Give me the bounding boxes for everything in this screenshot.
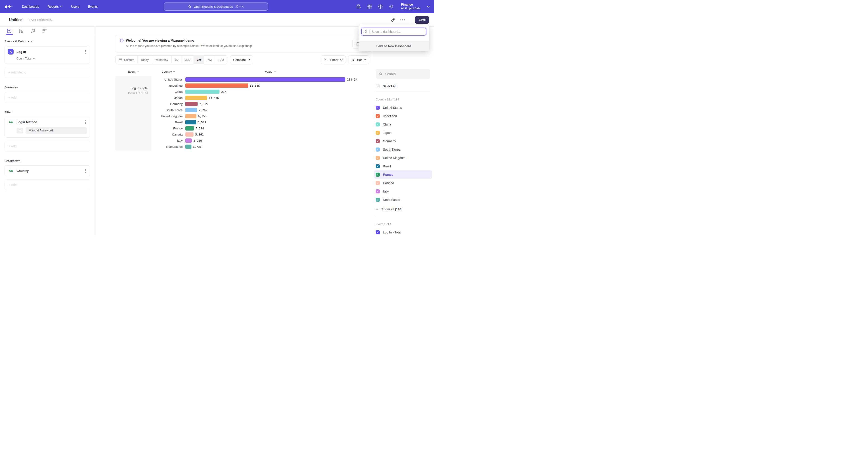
bar-row-brazil[interactable]: Brazil6,589 bbox=[151, 119, 369, 125]
bar[interactable] bbox=[185, 133, 193, 137]
checkbox[interactable]: ✓ bbox=[376, 173, 380, 177]
breakdown-kebab-menu[interactable] bbox=[84, 169, 87, 173]
chart-type-selector-button[interactable]: Bar bbox=[348, 55, 369, 64]
bar[interactable] bbox=[185, 84, 248, 88]
events-cohorts-header[interactable]: Events & Cohorts bbox=[4, 39, 90, 43]
range-6m[interactable]: 6M bbox=[204, 56, 215, 64]
show-all-button[interactable]: Show all (184) bbox=[372, 205, 434, 213]
checkbox[interactable]: ✓ bbox=[376, 106, 380, 110]
segment-search-input[interactable]: Search bbox=[376, 69, 430, 79]
bar[interactable] bbox=[185, 145, 191, 149]
apps-grid-icon[interactable] bbox=[367, 4, 372, 9]
data-management-icon[interactable] bbox=[356, 4, 361, 9]
filter-kebab-menu[interactable] bbox=[84, 120, 87, 125]
checkbox[interactable]: ✓ bbox=[376, 131, 380, 135]
bar[interactable] bbox=[185, 139, 192, 143]
bar-row-italy[interactable]: Italy3,936 bbox=[151, 138, 369, 144]
checkbox[interactable]: ✓ bbox=[376, 156, 380, 160]
country-item-south-korea[interactable]: ✓South Korea bbox=[374, 145, 432, 154]
country-item-italy[interactable]: ✓Italy bbox=[374, 187, 432, 196]
global-search-bar[interactable]: Open Reports & Dashboards ⌘ + K bbox=[164, 2, 268, 11]
bar[interactable] bbox=[185, 120, 196, 124]
bar-row-canada[interactable]: Canada5,061 bbox=[151, 131, 369, 138]
tab-flows[interactable] bbox=[30, 28, 35, 35]
tab-funnels[interactable] bbox=[19, 28, 24, 35]
select-all-checkbox[interactable] bbox=[376, 84, 380, 88]
event-item-log-in-total[interactable]: ✓Log In - Total bbox=[374, 228, 432, 235]
metric-name[interactable]: Log In bbox=[17, 50, 81, 54]
add-formula-button[interactable]: + Add bbox=[4, 92, 90, 103]
nav-item-events[interactable]: Events bbox=[88, 5, 98, 8]
save-to-new-dashboard-button[interactable]: Save to New Dashboard bbox=[359, 41, 429, 51]
range-30d[interactable]: 30D bbox=[182, 56, 194, 64]
range-yesterday[interactable]: Yesterday bbox=[152, 56, 172, 64]
bar-row-netherlands[interactable]: Netherlands3,738 bbox=[151, 144, 369, 150]
save-to-dashboard-input[interactable]: Save to dashboard... bbox=[362, 28, 426, 35]
range-today[interactable]: Today bbox=[138, 56, 152, 64]
add-breakdown-button[interactable]: + Add bbox=[4, 179, 90, 190]
bar-row-united-kingdom[interactable]: United Kingdom6,755 bbox=[151, 113, 369, 119]
select-all-row[interactable]: Select all bbox=[376, 84, 430, 89]
column-header-event[interactable]: Event bbox=[115, 70, 151, 73]
filter-card[interactable]: Aa Login Method = Manual Password bbox=[4, 117, 90, 138]
country-item-france[interactable]: ✓France bbox=[374, 170, 432, 179]
project-switcher[interactable]: Finance All Project Data bbox=[401, 3, 421, 10]
range-7d[interactable]: 7D bbox=[172, 56, 182, 64]
bar[interactable] bbox=[185, 77, 345, 82]
checkbox[interactable]: ✓ bbox=[376, 164, 380, 168]
filter-operator[interactable]: = bbox=[17, 127, 23, 134]
checkbox[interactable]: ✓ bbox=[376, 122, 380, 126]
bar[interactable] bbox=[185, 126, 194, 130]
checkbox[interactable]: ✓ bbox=[376, 189, 380, 194]
metric-aggregation[interactable]: Count Total bbox=[17, 57, 87, 60]
more-options-button[interactable] bbox=[400, 20, 405, 20]
country-item-united-kingdom[interactable]: ✓United Kingdom bbox=[374, 154, 432, 162]
add-filter-button[interactable]: + Add bbox=[4, 141, 90, 152]
bar[interactable] bbox=[185, 108, 197, 112]
bar[interactable] bbox=[185, 96, 207, 100]
country-item-china[interactable]: ✓China bbox=[374, 120, 432, 128]
column-header-country[interactable]: Country bbox=[151, 70, 185, 73]
bar-row-south-korea[interactable]: South Korea7,267 bbox=[151, 107, 369, 113]
country-item-japan[interactable]: ✓Japan bbox=[374, 128, 432, 137]
checkbox[interactable]: ✓ bbox=[376, 139, 380, 143]
country-item-united-states[interactable]: ✓United States bbox=[374, 104, 432, 112]
metric-card[interactable]: A Log In Count Total bbox=[4, 46, 90, 64]
checkbox[interactable]: ✓ bbox=[376, 181, 380, 185]
checkbox[interactable]: ✓ bbox=[376, 114, 380, 118]
tab-insights[interactable] bbox=[7, 28, 12, 35]
report-title[interactable]: Untitled bbox=[9, 18, 23, 22]
column-header-value[interactable]: Value bbox=[185, 70, 355, 73]
bar[interactable] bbox=[185, 90, 219, 94]
bar-row-france[interactable]: France5,274 bbox=[151, 125, 369, 131]
tab-retention[interactable] bbox=[42, 28, 47, 35]
nav-item-reports[interactable]: Reports bbox=[48, 5, 63, 8]
add-description[interactable]: + Add description... bbox=[29, 18, 54, 22]
checkbox[interactable]: ✓ bbox=[376, 147, 380, 152]
bar-row-united-states[interactable]: United States104.3K bbox=[151, 77, 369, 83]
bar-row-china[interactable]: China21K bbox=[151, 89, 369, 95]
series-summary-panel[interactable]: Log In - Total Overall276.5K bbox=[115, 76, 151, 151]
filter-value[interactable]: Manual Password bbox=[26, 127, 87, 134]
range-12m[interactable]: 12M bbox=[215, 56, 227, 64]
country-item-brazil[interactable]: ✓Brazil bbox=[374, 162, 432, 170]
project-chevron-down-icon[interactable] bbox=[427, 6, 430, 8]
metric-kebab-menu[interactable] bbox=[84, 49, 87, 54]
country-item-germany[interactable]: ✓Germany bbox=[374, 137, 432, 145]
mixpanel-logo[interactable] bbox=[5, 5, 12, 8]
nav-item-users[interactable]: Users bbox=[71, 5, 80, 8]
country-item-undefined[interactable]: ✓undefined bbox=[374, 112, 432, 120]
breakdown-property-name[interactable]: Country bbox=[17, 169, 81, 173]
bar-row-undefined[interactable]: undefined38.55K bbox=[151, 83, 369, 89]
breakdown-card[interactable]: Aa Country bbox=[4, 165, 90, 176]
compare-button[interactable]: Compare bbox=[230, 55, 253, 64]
bar-row-germany[interactable]: Germany7,515 bbox=[151, 101, 369, 107]
bar[interactable] bbox=[185, 114, 196, 118]
range-custom[interactable]: Custom bbox=[116, 56, 138, 64]
country-item-canada[interactable]: ✓Canada bbox=[374, 179, 432, 187]
add-metric-button[interactable]: + Add Metric bbox=[4, 67, 90, 78]
checkbox[interactable]: ✓ bbox=[376, 230, 380, 234]
range-3m[interactable]: 3M bbox=[194, 56, 204, 64]
bar-row-japan[interactable]: Japan13.34K bbox=[151, 95, 369, 101]
copy-link-button[interactable] bbox=[391, 18, 395, 22]
